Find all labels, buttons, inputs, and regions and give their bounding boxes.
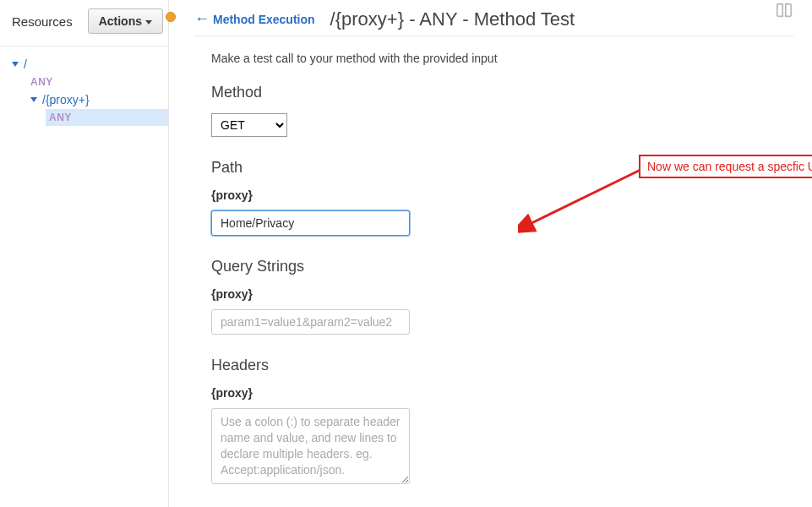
tree-node-proxy-method[interactable]: ANY: [46, 109, 168, 126]
method-heading: Method: [211, 84, 600, 101]
content: Make a test call to your method with the…: [194, 52, 600, 487]
main-panel: ← Method Execution /{proxy+} - ANY - Met…: [169, 0, 812, 507]
actions-dropdown-button[interactable]: Actions: [88, 8, 163, 34]
back-link-label: Method Execution: [213, 13, 315, 26]
query-label: {proxy}: [211, 287, 600, 301]
path-heading: Path: [211, 159, 600, 177]
headers-proxy-textarea[interactable]: [211, 408, 410, 484]
path-proxy-input[interactable]: [211, 210, 410, 236]
actions-label: Actions: [99, 14, 142, 28]
tree-node-label: /{proxy+}: [42, 93, 90, 106]
callout-text: Now we can request a specfic URL!: [639, 155, 812, 178]
method-badge: ANY: [30, 76, 53, 88]
caret-down-icon: [145, 20, 152, 25]
resource-tree: / ANY /{proxy+} ANY: [0, 46, 168, 126]
sidebar: Resources Actions / ANY /{proxy+} ANY: [0, 0, 169, 507]
headers-section: Headers {proxy}: [211, 357, 600, 487]
chevron-down-icon: [12, 62, 19, 67]
method-badge: ANY: [49, 112, 72, 123]
tree-node-proxy[interactable]: /{proxy+}: [27, 90, 168, 109]
chevron-down-icon: [30, 97, 37, 102]
http-method-select[interactable]: GET: [211, 113, 287, 137]
sidebar-header: Resources Actions: [0, 3, 168, 46]
method-section: Method GET: [211, 84, 600, 137]
pane-resize-handle[interactable]: [166, 12, 176, 22]
path-label: {proxy}: [211, 188, 600, 202]
query-proxy-input[interactable]: [211, 309, 410, 335]
tree-node-label: /: [24, 57, 27, 71]
headers-label: {proxy}: [211, 386, 600, 400]
intro-text: Make a test call to your method with the…: [211, 52, 600, 65]
back-to-method-execution-link[interactable]: ← Method Execution: [194, 12, 315, 27]
documentation-icon[interactable]: [775, 2, 793, 25]
page-title: /{proxy+} - ANY - Method Test: [330, 8, 575, 30]
arrow-left-icon: ←: [194, 11, 210, 26]
tree-node-root[interactable]: /: [8, 55, 168, 74]
tree-node-root-method[interactable]: ANY: [27, 74, 168, 90]
main-header: ← Method Execution /{proxy+} - ANY - Met…: [194, 8, 793, 36]
path-section: Path {proxy}: [211, 159, 600, 236]
headers-heading: Headers: [211, 357, 600, 374]
sidebar-title: Resources: [12, 14, 73, 29]
query-section: Query Strings {proxy}: [211, 258, 600, 335]
query-heading: Query Strings: [211, 258, 600, 275]
